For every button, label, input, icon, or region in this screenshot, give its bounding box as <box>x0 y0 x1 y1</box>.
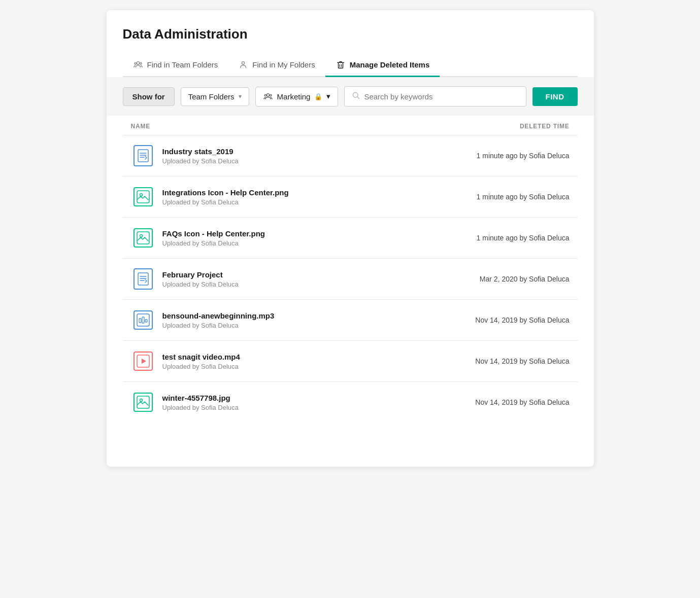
trash-icon <box>336 59 346 69</box>
chevron-down-icon: ▾ <box>239 93 242 100</box>
svg-rect-4 <box>338 62 343 68</box>
svg-point-7 <box>270 94 272 96</box>
table-row: bensound-anewbeginning.mp3 Uploaded by S… <box>123 300 578 341</box>
file-name: bensound-anewbeginning.mp3 <box>162 311 427 320</box>
svg-point-6 <box>264 94 266 96</box>
col-name-header: NAME <box>131 123 427 130</box>
file-deleted-time: Mar 2, 2020 by Sofia Deluca <box>427 275 570 283</box>
table-rows: Industry stats_2019 Uploaded by Sofia De… <box>123 135 578 423</box>
svg-rect-9 <box>138 150 148 162</box>
search-input[interactable] <box>364 92 518 101</box>
svg-point-3 <box>242 62 245 64</box>
file-icon-wrap <box>131 308 155 332</box>
doc-file-icon <box>134 268 153 290</box>
tab-manage-deleted-label: Manage Deleted Items <box>350 60 430 69</box>
file-deleted-time: Nov 14, 2019 by Sofia Deluca <box>427 398 570 406</box>
file-deleted-time: 1 minute ago by Sofia Deluca <box>427 234 570 242</box>
main-card: Data Administration Find in Team Folders <box>107 10 594 467</box>
folder-name: Marketing <box>277 92 311 101</box>
team-folders-icon <box>133 59 143 69</box>
table-row: FAQs Icon - Help Center.png Uploaded by … <box>123 218 578 259</box>
svg-rect-21 <box>137 396 149 408</box>
doc-file-icon <box>134 145 153 166</box>
tab-manage-deleted[interactable]: Manage Deleted Items <box>325 54 440 77</box>
svg-rect-14 <box>138 273 148 285</box>
tab-find-team-label: Find in Team Folders <box>147 60 218 69</box>
svg-point-1 <box>134 62 136 64</box>
file-name: test snagit video.mp4 <box>162 353 427 361</box>
file-info: Integrations Icon - Help Center.png Uplo… <box>162 188 427 206</box>
table-row: Industry stats_2019 Uploaded by Sofia De… <box>123 135 578 177</box>
tabs: Find in Team Folders Find in My Folders <box>123 54 578 77</box>
table-row: test snagit video.mp4 Uploaded by Sofia … <box>123 341 578 382</box>
col-time-header: DELETED TIME <box>427 123 570 130</box>
image-file-icon <box>134 228 153 248</box>
svg-point-0 <box>137 62 139 64</box>
tab-find-team-folders[interactable]: Find in Team Folders <box>123 54 228 77</box>
table-row: winter-4557798.jpg Uploaded by Sofia Del… <box>123 382 578 423</box>
image-file-icon <box>134 393 153 412</box>
svg-point-5 <box>266 93 269 96</box>
table-area: NAME DELETED TIME Industry stats_2019 Up… <box>123 116 578 423</box>
team-folders-dropdown[interactable]: Team Folders ▾ <box>181 87 249 106</box>
file-uploader: Uploaded by Sofia Deluca <box>162 404 427 411</box>
file-uploader: Uploaded by Sofia Deluca <box>162 322 427 329</box>
team-folders-option: Team Folders <box>188 92 235 101</box>
file-info: test snagit video.mp4 Uploaded by Sofia … <box>162 353 427 370</box>
folder-chevron-icon: ▾ <box>326 92 330 101</box>
file-uploader: Uploaded by Sofia Deluca <box>162 280 427 288</box>
search-icon <box>352 91 360 101</box>
file-name: Integrations Icon - Help Center.png <box>162 188 427 197</box>
filter-bar: Show for Team Folders ▾ Marketing 🔒 ▾ <box>107 77 594 116</box>
file-icon-wrap <box>131 267 155 291</box>
file-name: February Project <box>162 270 427 279</box>
file-info: FAQs Icon - Help Center.png Uploaded by … <box>162 229 427 247</box>
file-deleted-time: 1 minute ago by Sofia Deluca <box>427 193 570 201</box>
svg-point-2 <box>140 62 142 64</box>
file-info: Industry stats_2019 Uploaded by Sofia De… <box>162 147 427 165</box>
file-icon-wrap <box>131 185 155 209</box>
folder-icon <box>263 92 273 101</box>
file-uploader: Uploaded by Sofia Deluca <box>162 198 427 206</box>
file-name: FAQs Icon - Help Center.png <box>162 229 427 238</box>
file-info: winter-4557798.jpg Uploaded by Sofia Del… <box>162 394 427 411</box>
tab-find-my-label: Find in My Folders <box>252 60 315 69</box>
file-uploader: Uploaded by Sofia Deluca <box>162 363 427 370</box>
file-icon-wrap <box>131 226 155 250</box>
audio-file-icon <box>134 310 153 330</box>
my-folders-icon <box>238 59 248 69</box>
find-button[interactable]: FIND <box>532 87 578 106</box>
file-deleted-time: 1 minute ago by Sofia Deluca <box>427 152 570 160</box>
search-box <box>344 86 526 107</box>
file-info: bensound-anewbeginning.mp3 Uploaded by S… <box>162 311 427 329</box>
file-name: Industry stats_2019 <box>162 147 427 156</box>
file-icon-wrap <box>131 144 155 168</box>
file-uploader: Uploaded by Sofia Deluca <box>162 239 427 247</box>
file-icon-wrap <box>131 349 155 373</box>
lock-icon: 🔒 <box>314 93 322 100</box>
video-file-icon <box>134 351 153 371</box>
file-name: winter-4557798.jpg <box>162 394 427 402</box>
image-file-icon <box>134 187 153 206</box>
file-deleted-time: Nov 14, 2019 by Sofia Deluca <box>427 316 570 324</box>
show-for-label: Show for <box>123 87 175 106</box>
file-icon-wrap <box>131 390 155 414</box>
table-header: NAME DELETED TIME <box>123 116 578 135</box>
svg-rect-12 <box>137 232 149 244</box>
file-info: February Project Uploaded by Sofia Deluc… <box>162 270 427 288</box>
svg-rect-10 <box>137 191 149 203</box>
file-deleted-time: Nov 14, 2019 by Sofia Deluca <box>427 357 570 365</box>
table-row: February Project Uploaded by Sofia Deluc… <box>123 259 578 300</box>
folder-dropdown[interactable]: Marketing 🔒 ▾ <box>255 87 339 107</box>
tab-find-my-folders[interactable]: Find in My Folders <box>228 54 325 77</box>
table-row: Integrations Icon - Help Center.png Uplo… <box>123 177 578 218</box>
file-uploader: Uploaded by Sofia Deluca <box>162 157 427 165</box>
page-title: Data Administration <box>123 26 578 42</box>
